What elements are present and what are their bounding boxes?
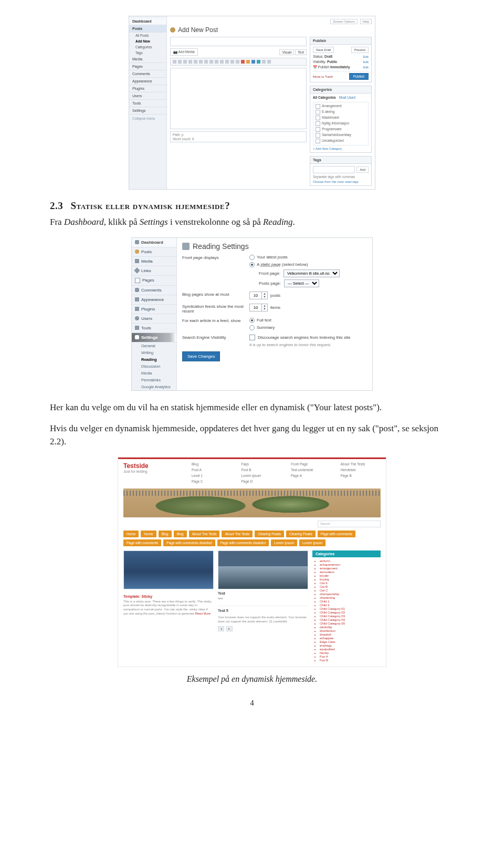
category-link[interactable]: Cat B [320,585,381,588]
add-tag-button[interactable]: Add [356,167,369,173]
nav-link[interactable]: Hendelser [341,468,381,472]
nav-link[interactable]: Blog [192,462,232,466]
post-content-editor[interactable] [170,68,307,129]
add-new-category-link[interactable]: + Add New Category [313,147,369,150]
pill[interactable]: Lorem Ipsum [299,539,326,546]
category-link[interactable]: enphagy [320,644,381,647]
nav-link[interactable]: Front Page [291,462,331,466]
nav-link[interactable]: About The Tests [341,462,381,466]
category-link[interactable]: Child Category 04 [320,618,381,621]
tab-visual[interactable]: Visual [279,49,294,55]
category-link[interactable]: faculty [320,651,381,654]
nav-settings-media[interactable]: Media [132,370,176,377]
tab-text[interactable]: Text [295,49,307,55]
category-link[interactable]: championship [320,592,381,596]
nav-link[interactable]: Level 1 [192,474,232,477]
nav-link[interactable]: Lorem Ipsum [242,474,282,477]
nav-appearance[interactable]: Appearance [132,295,176,305]
syndication-spin[interactable]: ▲▼ [249,304,268,311]
prev-button[interactable]: ◂ [218,626,224,631]
edit-visibility-link[interactable]: Edit [363,60,369,64]
category-link[interactable]: Child 1 [320,600,381,603]
nav-users[interactable]: Users [132,314,176,324]
save-draft-button[interactable]: Save Draft [313,47,334,53]
nav-tools[interactable]: Tools [132,324,176,333]
nav-links[interactable]: Links [132,266,176,276]
pill[interactable]: Blog [174,531,187,537]
category-link[interactable]: Foo B [320,659,381,662]
blog-pages-spin[interactable]: ▲▼ [249,292,268,299]
category-link[interactable]: Foo A [320,655,381,658]
category-link[interactable]: equipollent [320,648,381,651]
nav-settings[interactable]: Settings [129,107,166,115]
nav-link[interactable]: Test-underside [291,468,331,472]
category-link[interactable]: Child 2 [320,604,381,607]
category-item[interactable]: Uncategorized [316,139,366,143]
nav-media[interactable]: Media [132,257,176,266]
category-item[interactable]: Samarbeidsverktøy [316,133,366,138]
radio-summary[interactable]: Summary [249,325,367,330]
category-link[interactable]: asmodeus [320,570,381,574]
category-link[interactable]: dispatch [320,633,381,636]
nav-posts[interactable]: Posts [129,25,166,33]
category-link[interactable]: clerkship [320,626,381,629]
edit-publish-link[interactable]: Edit [363,66,369,69]
category-link[interactable]: echappee [320,637,381,640]
tags-input[interactable] [313,166,355,173]
preview-button[interactable]: Preview [351,47,369,53]
help-button[interactable]: Help [360,19,372,24]
nav-link[interactable]: Page A [291,474,331,477]
category-link[interactable]: aciform [320,559,381,563]
pill[interactable]: Page with comments [123,539,161,546]
edit-status-link[interactable]: Edit [363,55,369,58]
category-link[interactable]: broder [320,574,381,577]
save-changes-button[interactable]: Save Changes [182,351,220,361]
category-item[interactable]: E-læring [316,110,366,115]
post-title[interactable]: Test 5 [218,606,308,612]
posts-page-select[interactable]: — Select — [284,279,319,287]
tab-most-used[interactable]: Most Used [339,96,355,99]
nav-settings-ga[interactable]: Google Analytics [132,383,176,390]
sev-checkbox[interactable]: Discourage search engines from indexing … [249,335,367,340]
pill[interactable]: Home [141,531,156,537]
pill[interactable]: Home [123,531,139,537]
choose-tags-link[interactable]: Choose from the most used tags [313,180,369,183]
nav-appearance[interactable]: Appearance [129,78,166,85]
category-item[interactable]: Programvare [316,127,366,132]
radio-full-text[interactable]: Full text [249,318,367,323]
pill[interactable]: Page with comments [318,531,355,537]
tab-all-categories[interactable]: All Categories [313,96,336,99]
nav-settings-reading[interactable]: Reading [132,356,176,363]
nav-settings-writing[interactable]: Writing [132,349,176,356]
search-input[interactable]: Search [318,521,381,527]
nav-plugins[interactable]: Plugins [132,305,176,314]
nav-comments[interactable]: Comments [129,70,166,78]
category-link[interactable]: Child Category 01 [320,607,381,610]
pill[interactable]: Clearing Floats [255,531,284,537]
category-link[interactable]: Child Category 05 [320,622,381,625]
nav-pages[interactable]: Pages [132,276,176,286]
nav-link[interactable]: Post A [192,468,232,472]
nav-media[interactable]: Media [129,56,166,63]
category-link[interactable]: disinfection [320,629,381,632]
nav-settings-permalinks[interactable]: Permalinks [132,377,176,383]
nav-posts[interactable]: Posts [132,247,176,257]
screen-options-button[interactable]: Screen Options [330,19,357,24]
category-link[interactable]: chastening [320,596,381,599]
nav-posts-tags[interactable]: Tags [129,50,166,56]
post-title-input[interactable] [170,37,307,46]
next-button[interactable]: ▸ [226,626,233,631]
nav-posts-all[interactable]: All Posts [129,33,166,38]
read-more-link[interactable]: Read More [195,612,211,615]
add-media-button[interactable]: 📷 Add Media [170,48,198,56]
category-link[interactable]: arrangement [320,567,381,570]
category-item[interactable]: Arrangement [316,104,366,109]
nav-settings[interactable]: Settings [132,333,176,342]
category-link[interactable]: Cat A [320,581,381,585]
category-item[interactable]: Nyttig informasjon [316,121,366,126]
category-link[interactable]: Child Category 02 [320,611,381,614]
site-brand[interactable]: Testside [123,462,181,470]
editor-toolbar[interactable] [170,58,307,66]
publish-button[interactable]: Publish [349,73,369,80]
category-link[interactable]: buying [320,578,381,581]
